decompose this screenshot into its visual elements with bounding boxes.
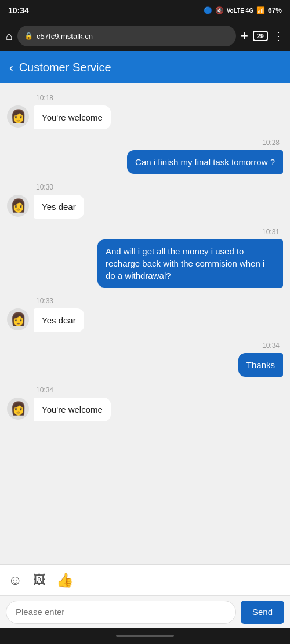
avatar-msg7: 👩	[7, 398, 29, 420]
input-bar: Send	[0, 595, 290, 628]
timestamp-msg4: 10:31	[7, 228, 280, 236]
image-icon[interactable]: 🖼	[33, 573, 46, 588]
avatar-msg1: 👩	[7, 105, 29, 128]
status-bar: 10:34 🔵 🔇 VoLTE 4G 📶 67%	[0, 0, 290, 21]
thumbs-up-icon[interactable]: 👍	[56, 572, 74, 588]
bubble-msg4: And will i get all the money i used to r…	[97, 239, 283, 288]
url-bar[interactable]: 🔒 c57fc9.mstalk.cn	[17, 26, 236, 46]
avatar-msg5: 👩	[7, 308, 29, 330]
timestamp-msg1: 10:18	[36, 94, 283, 102]
add-tab-icon[interactable]: +	[241, 28, 248, 43]
message-row-msg1: 👩 You're welcome	[7, 105, 283, 129]
bubble-msg1: You're welcome	[34, 105, 111, 129]
message-row-msg7: 👩 You're welcome	[7, 398, 283, 421]
battery-text: 67%	[268, 6, 282, 14]
bubble-msg5: Yes dear	[34, 308, 84, 332]
message-row-msg4: And will i get all the money i used to r…	[7, 239, 283, 288]
chat-title: Customer Service	[19, 61, 111, 74]
url-text: c57fc9.mstalk.cn	[37, 32, 93, 41]
tab-count[interactable]: 29	[253, 31, 268, 41]
message-row-msg6: Thanks	[7, 353, 283, 377]
chat-header: ‹ Customer Service	[0, 51, 290, 83]
bubble-msg7: You're welcome	[34, 398, 111, 421]
timestamp-msg6: 10:34	[7, 341, 280, 350]
timestamp-msg3: 10:30	[36, 183, 283, 191]
message-input[interactable]	[6, 601, 236, 624]
timestamp-msg2: 10:28	[7, 139, 280, 147]
chat-area: 10:18 👩 You're welcome 10:28 Can i finis…	[0, 83, 290, 564]
network-text: VoLTE 4G	[227, 8, 253, 14]
bubble-msg6: Thanks	[238, 353, 283, 377]
signal-icon: 📶	[256, 6, 265, 14]
emoji-icon[interactable]: ☺	[8, 572, 23, 588]
message-row-msg3: 👩 Yes dear	[7, 195, 283, 219]
timestamp-msg7: 10:34	[36, 386, 283, 394]
mute-icon: 🔇	[215, 6, 224, 14]
message-row-msg2: Can i finish my final task tomorrow ?	[7, 150, 283, 174]
avatar-msg3: 👩	[7, 195, 29, 217]
message-row-msg5: 👩 Yes dear	[7, 308, 283, 332]
home-icon[interactable]: ⌂	[6, 30, 13, 43]
browser-bar: ⌂ 🔒 c57fc9.mstalk.cn + 29 ⋮	[0, 21, 290, 51]
bluetooth-icon: 🔵	[204, 6, 212, 14]
browser-menu-icon[interactable]: ⋮	[273, 29, 284, 43]
nav-bar	[0, 628, 290, 644]
nav-indicator	[116, 635, 174, 637]
back-button[interactable]: ‹	[9, 61, 13, 74]
bubble-msg2: Can i finish my final task tomorrow ?	[127, 150, 283, 174]
status-time: 10:34	[8, 6, 29, 15]
lock-icon: 🔒	[24, 32, 33, 40]
bottom-toolbar: ☺ 🖼 👍	[0, 564, 290, 595]
bubble-msg3: Yes dear	[34, 195, 84, 219]
timestamp-msg5: 10:33	[36, 297, 283, 305]
send-button[interactable]: Send	[241, 601, 284, 624]
status-icons: 🔵 🔇 VoLTE 4G 📶 67%	[204, 6, 282, 14]
